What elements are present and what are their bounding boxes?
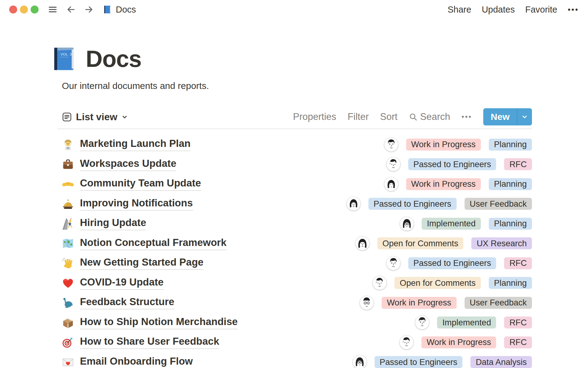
doc-title[interactable]: How to Ship Notion Merchandise xyxy=(80,316,238,329)
more-options-icon[interactable]: ••• xyxy=(568,5,579,14)
share-button[interactable]: Share xyxy=(448,5,471,15)
avatar-man-glasses[interactable] xyxy=(360,296,374,310)
status-badge[interactable]: Open for Comments xyxy=(394,277,481,289)
waving-hand-icon xyxy=(62,257,74,269)
avatar-woman-bob[interactable] xyxy=(347,197,360,211)
category-badge[interactable]: RFC xyxy=(504,158,532,170)
close-window-button[interactable] xyxy=(9,6,17,13)
doc-row[interactable]: Community Team Update Work in Progress P… xyxy=(58,174,532,194)
avatar-man-short-hair[interactable] xyxy=(384,138,398,151)
category-badge[interactable]: User Feedback xyxy=(465,297,532,309)
chevron-down-icon xyxy=(522,114,528,120)
status-badge[interactable]: Passed to Engineers xyxy=(408,158,496,170)
avatar-woman-headphones[interactable] xyxy=(384,177,398,191)
page-title: Docs xyxy=(86,45,141,72)
properties-button[interactable]: Properties xyxy=(293,111,336,122)
avatar-woman-long-hair[interactable] xyxy=(356,236,369,250)
status-badge[interactable]: Work in Progress xyxy=(406,139,481,151)
avatar-man-short-hair[interactable] xyxy=(415,316,429,329)
person-climbing-icon xyxy=(62,217,74,230)
traffic-lights xyxy=(9,6,39,13)
status-badge[interactable]: Passed to Engineers xyxy=(408,257,496,269)
doc-row[interactable]: Email Onboarding Flow Passed to Engineer… xyxy=(58,352,532,368)
avatar-man-wavy-hair[interactable] xyxy=(400,335,413,349)
avatar-man-short-hair[interactable] xyxy=(386,256,400,270)
search-label: Search xyxy=(420,111,450,122)
new-button[interactable]: New xyxy=(483,108,517,125)
doc-title[interactable]: COVID-19 Update xyxy=(80,276,164,290)
category-badge[interactable]: User Feedback xyxy=(465,198,532,210)
back-arrow-icon[interactable] xyxy=(66,5,76,14)
status-badge[interactable]: Open for Comments xyxy=(377,237,464,249)
doc-title[interactable]: Email Onboarding Flow xyxy=(80,355,193,368)
doc-row[interactable]: Marketing Launch Plan Work in Progress P… xyxy=(58,135,532,155)
status-badge[interactable]: Passed to Engineers xyxy=(368,198,457,210)
zoom-window-button[interactable] xyxy=(31,6,39,13)
page-header: VOL. 3 Docs xyxy=(58,45,532,72)
doc-title[interactable]: Workspaces Update xyxy=(80,158,176,171)
breadcrumb-page-title[interactable]: Docs xyxy=(116,5,136,15)
search-button[interactable]: Search xyxy=(409,111,450,122)
new-button-dropdown[interactable] xyxy=(517,108,532,125)
status-badge[interactable]: Implemented xyxy=(437,316,496,328)
avatar-man-wavy-hair[interactable] xyxy=(373,276,386,290)
avatar-man-wavy-hair[interactable] xyxy=(386,157,400,171)
sidebar-menu-icon[interactable] xyxy=(48,5,58,14)
doc-title[interactable]: Marketing Launch Plan xyxy=(80,138,190,151)
doc-row[interactable]: Feedback Structure Work in Progress User… xyxy=(58,293,532,313)
doc-row[interactable]: Workspaces Update Passed to Engineers RF… xyxy=(58,155,532,174)
filter-button[interactable]: Filter xyxy=(348,111,369,122)
sauropod-icon xyxy=(62,297,74,309)
category-badge[interactable]: Planning xyxy=(489,178,532,190)
doc-title[interactable]: How to Share User Feedback xyxy=(80,335,219,349)
status-badge[interactable]: Work in Progress xyxy=(406,178,481,190)
status-badge[interactable]: Work in Progress xyxy=(382,297,456,309)
doc-row[interactable]: COVID-19 Update Open for Comments Planni… xyxy=(58,273,532,293)
category-badge[interactable]: Planning xyxy=(489,218,532,230)
status-badge[interactable]: Work in Progress xyxy=(421,336,496,348)
minimize-window-button[interactable] xyxy=(20,6,28,13)
bellhop-bell-icon xyxy=(62,198,74,210)
category-badge[interactable]: UX Research xyxy=(471,237,532,249)
handshake-icon xyxy=(62,178,74,190)
doc-row[interactable]: Notion Conceptual Framework Open for Com… xyxy=(58,234,532,254)
doc-title[interactable]: Improving Notifications xyxy=(80,197,193,211)
list-view-switcher[interactable]: List view xyxy=(62,111,128,123)
favorite-button[interactable]: Favorite xyxy=(525,5,557,15)
toolbar-divider xyxy=(58,128,532,129)
category-badge[interactable]: RFC xyxy=(504,257,532,269)
sort-button[interactable]: Sort xyxy=(380,111,398,122)
chevron-down-icon xyxy=(121,113,128,120)
doc-title[interactable]: New Getting Started Page xyxy=(80,256,203,270)
doc-row[interactable]: Hiring Update Implemented Planning xyxy=(58,214,532,234)
doc-title[interactable]: Hiring Update xyxy=(80,217,146,230)
book-volume-text: VOL. 3 xyxy=(61,52,72,56)
direct-hit-icon xyxy=(62,336,74,348)
status-badge[interactable]: Implemented xyxy=(422,218,481,230)
new-button-group: New xyxy=(483,108,532,125)
status-badge[interactable]: Passed to Engineers xyxy=(375,356,463,368)
category-badge[interactable]: Data Analysis xyxy=(470,356,532,368)
doc-row[interactable]: Improving Notifications Passed to Engine… xyxy=(58,194,532,214)
view-toolbar: List view Properties Filter Sort Search … xyxy=(58,108,532,125)
avatar-woman-glasses[interactable] xyxy=(353,355,367,368)
doc-title[interactable]: Community Team Update xyxy=(80,177,201,191)
doc-title[interactable]: Feedback Structure xyxy=(80,296,174,309)
category-badge[interactable]: RFC xyxy=(504,336,532,348)
package-icon xyxy=(62,316,74,329)
doc-title[interactable]: Notion Conceptual Framework xyxy=(80,237,227,250)
category-badge[interactable]: RFC xyxy=(504,316,532,328)
search-icon xyxy=(409,113,417,121)
category-badge[interactable]: Planning xyxy=(489,139,532,151)
updates-button[interactable]: Updates xyxy=(482,5,515,15)
astronaut-icon xyxy=(62,138,74,151)
avatar-woman-glasses[interactable] xyxy=(400,217,414,231)
blue-book-icon[interactable]: VOL. 3 xyxy=(51,46,77,71)
forward-arrow-icon[interactable] xyxy=(84,5,94,14)
doc-row[interactable]: How to Share User Feedback Work in Progr… xyxy=(58,332,532,352)
blue-book-icon xyxy=(103,5,112,14)
view-options-icon[interactable]: ••• xyxy=(462,113,472,121)
category-badge[interactable]: Planning xyxy=(489,277,532,289)
doc-row[interactable]: New Getting Started Page Passed to Engin… xyxy=(58,253,532,273)
doc-row[interactable]: How to Ship Notion Merchandise Implement… xyxy=(58,313,532,333)
